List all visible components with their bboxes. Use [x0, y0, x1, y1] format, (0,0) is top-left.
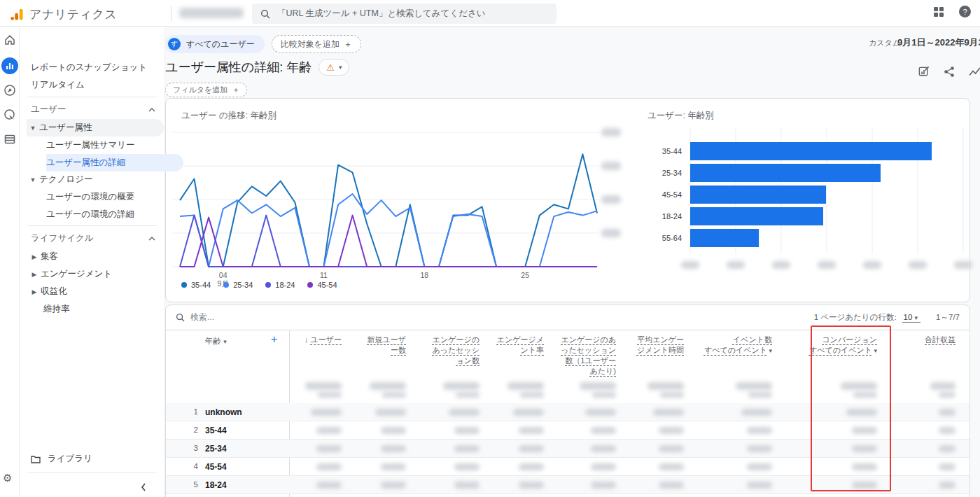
column-header-平均エンゲージメント時間[interactable]: 平均エンゲージメント時間	[623, 335, 684, 356]
totals-percent-redacted	[592, 392, 616, 398]
sidebar-item-ユーザー属性[interactable]: ▼ユーザー属性	[27, 119, 164, 136]
row-number: 1	[187, 407, 198, 416]
column-header-新規ユーザー数[interactable]: 新規ユーザー数	[349, 335, 406, 356]
chevron-up-icon	[148, 237, 155, 241]
sidebar-section-ライフサイクル[interactable]: ライフサイクル	[31, 230, 168, 247]
column-header-line: 数（1ユーザー	[565, 356, 616, 365]
bar-25-34	[690, 164, 881, 182]
cell-value-redacted	[747, 482, 772, 489]
home-icon[interactable]	[4, 34, 16, 46]
svg-text:11: 11	[320, 271, 328, 279]
share-icon[interactable]	[944, 66, 955, 78]
explore-icon[interactable]	[4, 84, 16, 97]
column-header-line: エンゲージメ	[497, 335, 544, 344]
legend-label: 45-54	[317, 281, 337, 289]
add-comparison-chip[interactable]: 比較対象を追加 ＋	[272, 35, 361, 53]
legend-item-45-54: 45-54	[307, 281, 337, 289]
users-trend-line-chart[interactable]: 049月111825	[170, 127, 632, 291]
chevron-down-icon[interactable]: ▾	[872, 347, 877, 354]
cell-value-redacted	[741, 409, 772, 416]
totals-value-redacted	[580, 382, 616, 390]
column-header-エンゲージメント率[interactable]: エンゲージメント率	[486, 335, 544, 356]
cell-value-redacted	[747, 427, 772, 434]
sidebar-item-label: 収益化	[41, 286, 67, 298]
audience-chip[interactable]: す すべてのユーザー	[165, 35, 265, 53]
sidebar-item-エンゲージメント[interactable]: ▶エンゲージメント	[28, 265, 165, 283]
totals-percent-redacted	[456, 392, 479, 398]
sidebar-item-収益化[interactable]: ▶収益化	[28, 283, 165, 300]
svg-text:25-34: 25-34	[662, 169, 682, 177]
row-dimension-value: 45-54	[205, 462, 227, 472]
table-row-45-54[interactable]: 445-54	[166, 458, 969, 476]
sidebar-item-維持率[interactable]: 維持率	[43, 300, 181, 318]
sidebar-item-テクノロジー[interactable]: ▼テクノロジー	[27, 171, 164, 188]
y-axis-label-redacted	[601, 195, 621, 204]
bar-x-tick-redacted	[954, 261, 972, 269]
chevron-down-icon[interactable]: ▾	[767, 347, 772, 354]
sidebar-item-label: ライブラリ	[48, 453, 92, 465]
svg-text:55-64: 55-64	[662, 234, 682, 242]
sidebar-section-ユーザー[interactable]: ユーザー	[31, 101, 168, 118]
sidebar-section-label: ユーザー	[31, 104, 66, 115]
row-dimension-value: 35-44	[205, 426, 227, 435]
cell-value-redacted	[591, 482, 616, 489]
data-warning-button[interactable]: ⚠ ▾	[318, 59, 349, 76]
column-header-エンゲージのあったセッション数（1ユーザーあたり)[interactable]: エンゲージのあったセッション数（1ユーザーあたり)	[551, 335, 616, 377]
insights-icon[interactable]	[969, 66, 980, 78]
dimension-column-header[interactable]: 年齢 ▾	[205, 336, 227, 346]
cell-value-redacted	[846, 409, 877, 416]
add-filter-chip[interactable]: フィルタを追加 ＋	[165, 83, 247, 97]
apps-grid-icon[interactable]	[933, 6, 944, 18]
nav-icon-rail: ⚙	[0, 27, 20, 497]
totals-cell-redacted	[779, 382, 877, 398]
customize-report-icon[interactable]	[918, 66, 930, 78]
legend-dot-icon	[307, 282, 313, 288]
analytics-logo[interactable]: アナリティクス	[10, 6, 117, 22]
users-by-age-bar-chart[interactable]: 35-4425-3445-5418-2455-64	[628, 120, 965, 274]
advertising-icon[interactable]	[4, 108, 16, 121]
column-header-line: ント率	[520, 346, 544, 354]
table-row-35-44[interactable]: 235-44	[166, 421, 969, 440]
account-name-redacted[interactable]	[179, 8, 244, 18]
bar-x-tick-redacted	[863, 261, 881, 269]
sidebar-item-レポートのスナップショット[interactable]: レポートのスナップショット	[31, 59, 168, 76]
audience-chip-icon: す	[168, 38, 181, 50]
totals-cell-redacted	[486, 382, 544, 398]
help-icon[interactable]: ?	[958, 5, 972, 18]
column-header-line: 新規ユーザ	[367, 335, 406, 344]
column-header-ユーザー[interactable]: ↓ ユーザー	[289, 335, 342, 345]
sidebar-item-ユーザー属性サマリー[interactable]: ユーザー属性サマリー	[46, 136, 183, 154]
column-header-イベント数すべてのイベント[interactable]: イベント数すべてのイベント ▾	[691, 335, 772, 356]
sidebar-item-リアルタイム[interactable]: リアルタイム	[31, 76, 168, 94]
admin-gear-icon[interactable]: ⚙	[3, 472, 12, 484]
table-row-unknown[interactable]: 1unknown	[166, 403, 969, 421]
cell-value-redacted	[519, 463, 544, 470]
column-header-合計収益[interactable]: 合計収益	[884, 335, 955, 345]
table-row-18-24[interactable]: 518-24	[166, 476, 969, 494]
date-range-selector[interactable]: 9月1日～2022年9月30日	[897, 36, 980, 49]
sidebar-item-ユーザーの環境の概要[interactable]: ユーザーの環境の概要	[46, 188, 183, 206]
totals-cell-redacted	[289, 382, 342, 398]
line-series-35-44	[180, 154, 597, 267]
caret-down-icon: ▼	[27, 125, 39, 132]
add-column-button[interactable]: +	[271, 333, 277, 346]
bar-x-tick-redacted	[727, 261, 745, 269]
sidebar-item-library[interactable]: ライブラリ	[31, 450, 168, 468]
sidebar-item-ユーザー属性の詳細[interactable]: ユーザー属性の詳細	[46, 154, 183, 172]
table-search-input[interactable]: 検索...	[176, 312, 814, 323]
sidebar-item-label: 集客	[41, 251, 58, 262]
sidebar-item-集客[interactable]: ▶集客	[28, 248, 165, 265]
rows-per-page-select[interactable]: 10 ▾	[902, 313, 921, 323]
column-header-コンバージョンすべてのイベント[interactable]: コンバージョンすべてのイベント ▾	[779, 335, 877, 356]
global-search-input[interactable]: 「URL 生成ツール + UTM」と検索してみてください	[252, 4, 556, 24]
configure-icon[interactable]	[4, 133, 16, 146]
caret-right-icon: ▶	[28, 288, 41, 295]
cell-value-redacted	[519, 427, 544, 434]
column-header-エンゲージのあったセッション数[interactable]: エンゲージのあったセッション数	[413, 335, 479, 366]
sidebar-item-ユーザーの環境の詳細[interactable]: ユーザーの環境の詳細	[46, 206, 183, 223]
cell-value-redacted	[591, 463, 616, 470]
reports-icon-active[interactable]	[1, 57, 18, 74]
collapse-sidebar-button[interactable]	[141, 483, 146, 491]
table-row-25-34[interactable]: 325-34	[166, 440, 969, 458]
row-dimension-value: 18-24	[205, 480, 227, 490]
